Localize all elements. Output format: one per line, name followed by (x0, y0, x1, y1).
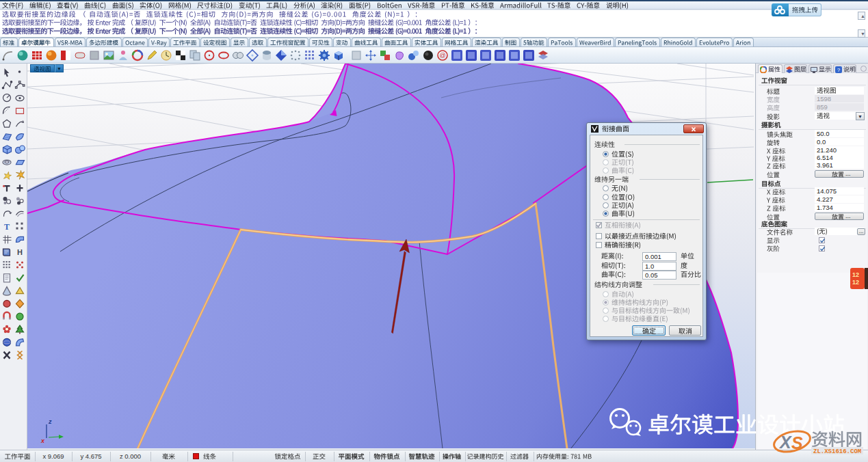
svg-text:z: z (48, 418, 52, 425)
svg-text:x: x (40, 437, 45, 444)
svg-text:H: H (17, 248, 23, 256)
svg-text:@: @ (439, 52, 445, 59)
svg-text:T: T (4, 222, 10, 232)
svg-text:?: ? (837, 67, 841, 73)
